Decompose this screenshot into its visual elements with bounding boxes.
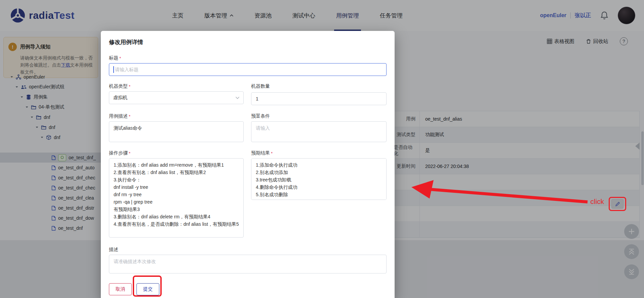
precondition-label: 预置条件	[251, 113, 387, 119]
required-asterisk: *	[129, 84, 130, 89]
edit-case-modal: 修改用例详情 标题* 机器类型* 虚拟机 机器数量	[101, 31, 395, 298]
machine-count-label: 机器数量	[251, 83, 387, 89]
chevron-down-icon	[235, 96, 240, 99]
required-asterisk: *	[129, 114, 130, 119]
text-cursor	[113, 66, 114, 73]
machine-count-input[interactable]	[251, 92, 387, 105]
case-description-textarea[interactable]: 测试alias命令	[109, 121, 244, 142]
machine-type-select[interactable]: 虚拟机	[109, 91, 244, 104]
machine-type-label: 机器类型*	[109, 83, 244, 89]
modify-description-textarea[interactable]	[109, 255, 387, 273]
annotation-box-submit	[133, 275, 162, 297]
modal-title: 修改用例详情	[109, 38, 387, 46]
steps-textarea[interactable]: 1.添加别名：dnf alias add rm=remove，有预期结果1 2.…	[109, 158, 244, 238]
title-field-label: 标题*	[109, 55, 387, 61]
expected-result-label: 预期结果*	[251, 150, 387, 156]
expected-result-textarea[interactable]: 1.添加命令执行成功 2.别名成功添加 3.tree包成功卸载 4.删除命令执行…	[251, 158, 387, 200]
modify-description-label: 描述	[109, 247, 387, 253]
required-asterisk: *	[271, 151, 273, 156]
case-description-label: 用例描述*	[109, 113, 244, 119]
required-asterisk: *	[119, 56, 121, 61]
machine-type-value: 虚拟机	[113, 95, 127, 101]
steps-label: 操作步骤*	[109, 150, 244, 156]
title-input[interactable]	[109, 63, 387, 76]
cancel-button[interactable]: 取消	[109, 283, 132, 295]
application-window: radiaTest 主页版本管理资源池测试中心用例管理任务管理 openEule…	[0, 0, 644, 298]
required-asterisk: *	[129, 151, 130, 156]
precondition-textarea[interactable]	[251, 121, 387, 142]
